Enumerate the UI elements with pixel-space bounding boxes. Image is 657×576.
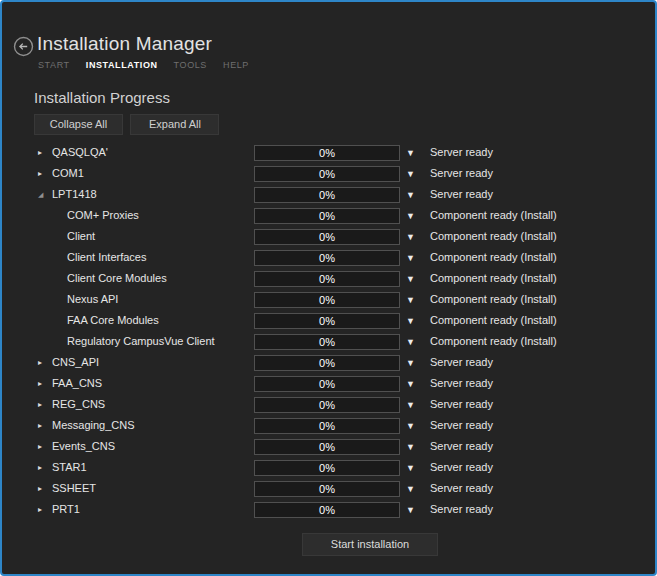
progress-value: 0%	[255, 230, 399, 244]
tree-item-label[interactable]: Nexus API	[67, 293, 118, 305]
tree-row: ◢ LPT1418 0% ▼ Server ready	[2, 185, 657, 206]
status-dropdown[interactable]: Server ready	[430, 167, 493, 179]
tree-row: ▸ CNS_API 0% ▼ Server ready	[2, 353, 657, 374]
tree-item-label[interactable]: Client Core Modules	[67, 272, 167, 284]
chevron-down-icon[interactable]: ▼	[406, 294, 415, 306]
status-dropdown[interactable]: Server ready	[430, 356, 493, 368]
chevron-down-icon[interactable]: ▼	[406, 273, 415, 285]
expander-icon[interactable]: ▸	[38, 398, 50, 412]
chevron-down-icon[interactable]: ▼	[406, 378, 415, 390]
tree-item-label[interactable]: Regulatory CampusVue Client	[67, 335, 215, 347]
tree-item-label[interactable]: STAR1	[52, 461, 87, 473]
status-dropdown[interactable]: Component ready (Install)	[430, 209, 557, 221]
tree-item-label[interactable]: QASQLQA'	[52, 146, 108, 158]
expander-icon[interactable]: ▸	[38, 419, 50, 433]
expander-icon[interactable]: ▸	[38, 377, 50, 391]
start-installation-button[interactable]: Start installation	[302, 533, 438, 556]
tree-row: ▸ STAR1 0% ▼ Server ready	[2, 458, 657, 479]
expander-icon[interactable]: ▸	[38, 482, 50, 496]
expander-icon[interactable]: ▸	[38, 461, 50, 475]
tree-row: Nexus API 0% ▼ Component ready (Install)	[2, 290, 657, 311]
progress-bar: 0%	[254, 145, 400, 161]
tree-item-label[interactable]: PRT1	[52, 503, 80, 515]
tree-item-label[interactable]: Client	[67, 230, 95, 242]
progress-bar: 0%	[254, 229, 400, 245]
progress-value: 0%	[255, 314, 399, 328]
tree-row: Client Core Modules 0% ▼ Component ready…	[2, 269, 657, 290]
tree-item-label[interactable]: COM1	[52, 167, 84, 179]
status-dropdown[interactable]: Component ready (Install)	[430, 335, 557, 347]
toolbar: Collapse All Expand All	[34, 114, 222, 135]
chevron-down-icon[interactable]: ▼	[406, 504, 415, 516]
status-dropdown[interactable]: Server ready	[430, 398, 493, 410]
tree-item-label[interactable]: Client Interfaces	[67, 251, 146, 263]
chevron-down-icon[interactable]: ▼	[406, 231, 415, 243]
tree-item-label[interactable]: Events_CNS	[52, 440, 115, 452]
expander-icon[interactable]: ▸	[38, 167, 50, 181]
progress-value: 0%	[255, 209, 399, 223]
chevron-down-icon[interactable]: ▼	[406, 441, 415, 453]
tree-item-label[interactable]: FAA_CNS	[52, 377, 102, 389]
status-dropdown[interactable]: Component ready (Install)	[430, 230, 557, 242]
progress-value: 0%	[255, 335, 399, 349]
status-dropdown[interactable]: Server ready	[430, 188, 493, 200]
expander-icon[interactable]: ▸	[38, 146, 50, 160]
chevron-down-icon[interactable]: ▼	[406, 483, 415, 495]
status-dropdown[interactable]: Server ready	[430, 440, 493, 452]
back-button[interactable]	[13, 36, 34, 57]
chevron-down-icon[interactable]: ▼	[406, 210, 415, 222]
tree-item-label[interactable]: CNS_API	[52, 356, 99, 368]
status-dropdown[interactable]: Server ready	[430, 482, 493, 494]
expand-all-button[interactable]: Expand All	[130, 114, 219, 135]
tree-item-label[interactable]: LPT1418	[52, 188, 97, 200]
expander-icon[interactable]: ▸	[38, 503, 50, 517]
chevron-down-icon[interactable]: ▼	[406, 189, 415, 201]
chevron-down-icon[interactable]: ▼	[406, 336, 415, 348]
tree-item-label[interactable]: COM+ Proxies	[67, 209, 139, 221]
progress-bar: 0%	[254, 418, 400, 434]
tab-help[interactable]: HELP	[223, 60, 249, 70]
expander-icon[interactable]: ◢	[38, 188, 50, 202]
progress-bar: 0%	[254, 439, 400, 455]
chevron-down-icon[interactable]: ▼	[406, 168, 415, 180]
progress-bar: 0%	[254, 292, 400, 308]
expander-icon[interactable]: ▸	[38, 440, 50, 454]
chevron-down-icon[interactable]: ▼	[406, 147, 415, 159]
tree-row: COM+ Proxies 0% ▼ Component ready (Insta…	[2, 206, 657, 227]
chevron-down-icon[interactable]: ▼	[406, 357, 415, 369]
chevron-down-icon[interactable]: ▼	[406, 462, 415, 474]
tree-rows: ▸ QASQLQA' 0% ▼ Server ready ▸ COM1 0% ▼…	[2, 143, 657, 521]
tab-tools[interactable]: TOOLS	[174, 60, 207, 70]
status-dropdown[interactable]: Component ready (Install)	[430, 293, 557, 305]
main-nav: START INSTALLATION TOOLS HELP	[38, 60, 262, 70]
status-dropdown[interactable]: Server ready	[430, 503, 493, 515]
status-dropdown[interactable]: Server ready	[430, 377, 493, 389]
progress-value: 0%	[255, 356, 399, 370]
tree-row: ▸ COM1 0% ▼ Server ready	[2, 164, 657, 185]
tree-item-label[interactable]: SSHEET	[52, 482, 96, 494]
chevron-down-icon[interactable]: ▼	[406, 252, 415, 264]
progress-value: 0%	[255, 188, 399, 202]
tree-row: ▸ Messaging_CNS 0% ▼ Server ready	[2, 416, 657, 437]
tab-installation[interactable]: INSTALLATION	[86, 60, 158, 70]
tree-item-label[interactable]: Messaging_CNS	[52, 419, 135, 431]
chevron-down-icon[interactable]: ▼	[406, 420, 415, 432]
progress-bar: 0%	[254, 250, 400, 266]
tree-item-label[interactable]: FAA Core Modules	[67, 314, 159, 326]
status-dropdown[interactable]: Server ready	[430, 146, 493, 158]
tab-start[interactable]: START	[38, 60, 70, 70]
progress-bar: 0%	[254, 397, 400, 413]
expander-icon[interactable]: ▸	[38, 356, 50, 370]
status-dropdown[interactable]: Server ready	[430, 461, 493, 473]
status-dropdown[interactable]: Server ready	[430, 419, 493, 431]
progress-bar: 0%	[254, 271, 400, 287]
collapse-all-button[interactable]: Collapse All	[34, 114, 123, 135]
status-dropdown[interactable]: Component ready (Install)	[430, 251, 557, 263]
chevron-down-icon[interactable]: ▼	[406, 399, 415, 411]
tree-row: ▸ FAA_CNS 0% ▼ Server ready	[2, 374, 657, 395]
status-dropdown[interactable]: Component ready (Install)	[430, 314, 557, 326]
progress-value: 0%	[255, 398, 399, 412]
status-dropdown[interactable]: Component ready (Install)	[430, 272, 557, 284]
chevron-down-icon[interactable]: ▼	[406, 315, 415, 327]
tree-item-label[interactable]: REG_CNS	[52, 398, 105, 410]
